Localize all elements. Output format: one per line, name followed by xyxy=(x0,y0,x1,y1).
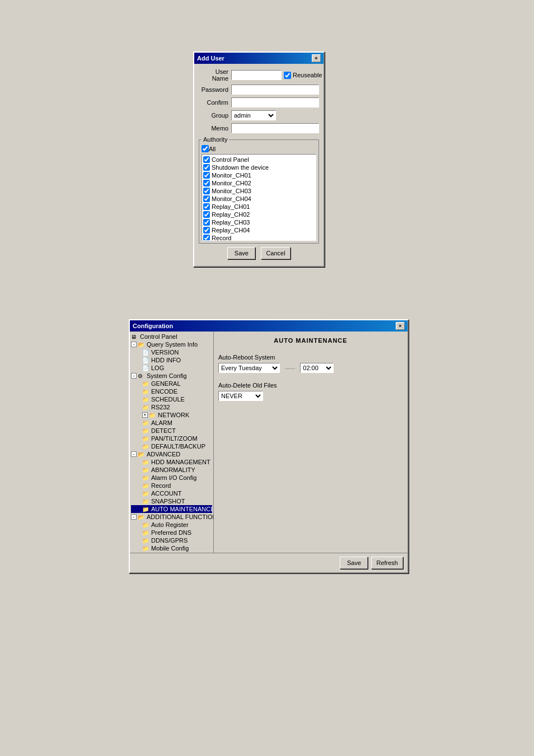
tree-ptz[interactable]: PAN/TILT/ZOOM xyxy=(131,435,212,442)
memo-input[interactable] xyxy=(231,123,319,133)
all-checkbox[interactable] xyxy=(202,145,209,152)
reboot-day-select[interactable]: Every Tuesday Never Every Day Every Mond… xyxy=(218,363,280,373)
tree-snapshot[interactable]: SNAPSHOT xyxy=(131,497,212,505)
tree-ddns-gprs[interactable]: DDNS/GPRS xyxy=(131,536,212,544)
reboot-time-select[interactable]: 02:00 00:00 01:00 03:00 04:00 05:00 06:0… xyxy=(300,363,334,373)
config-tree: Control Panel - Query System Info VERSIO… xyxy=(130,332,214,553)
tree-alarm-io[interactable]: Alarm I/O Config xyxy=(131,474,212,482)
tree-hdd-info[interactable]: HDD INFO xyxy=(131,356,212,364)
tree-encode[interactable]: ENCODE xyxy=(131,388,212,395)
confirm-label: Confirm xyxy=(199,99,231,106)
tree-additional-function[interactable]: - ADDITIONAL FUNCTION xyxy=(131,513,212,521)
perm-replay-ch02[interactable]: Replay_CH02 xyxy=(203,211,315,218)
group-select[interactable]: admin user guest xyxy=(231,110,276,120)
tree-record[interactable]: Record xyxy=(131,482,212,489)
tree-rs232[interactable]: RS232 xyxy=(131,403,212,411)
expand-additional[interactable]: - xyxy=(131,514,137,520)
perm-record[interactable]: Record xyxy=(203,234,315,241)
tree-auto-maintenance[interactable]: AUTO MAINTENANCE xyxy=(131,505,212,513)
password-label: Password xyxy=(199,86,231,93)
doc-icon xyxy=(142,349,150,356)
cancel-button[interactable]: Cancel xyxy=(261,247,290,259)
tree-mobile-config[interactable]: Mobile Config xyxy=(131,544,212,552)
expand-network[interactable]: + xyxy=(142,412,148,418)
folder-icon-ddns xyxy=(142,537,150,544)
tree-account[interactable]: ACCOUNT xyxy=(131,489,212,497)
perm-replay-ch04[interactable]: Replay_CH04 xyxy=(203,226,315,234)
username-input[interactable] xyxy=(231,70,282,80)
tree-log[interactable]: LOG xyxy=(131,364,212,372)
group-label: Group xyxy=(199,112,231,119)
tree-schedule[interactable]: SCHEDULE xyxy=(131,395,212,403)
folder-icon-encode xyxy=(142,388,150,395)
reuseable-checkbox[interactable] xyxy=(284,72,291,79)
auto-reboot-label: Auto-Reboot System xyxy=(218,354,403,361)
tree-general[interactable]: GENERAL xyxy=(131,380,212,388)
config-title: Configuration xyxy=(133,323,173,329)
tree-network[interactable]: + NETWORK xyxy=(131,411,212,419)
password-input[interactable] xyxy=(231,85,319,95)
add-user-dialog: Add User × User Name Reuseable Password … xyxy=(193,52,325,267)
perm-control-panel[interactable]: Control Panel xyxy=(203,156,315,164)
tree-abnormality[interactable]: ABNORMALITY xyxy=(131,466,212,474)
tree-version[interactable]: VERSION xyxy=(131,348,212,356)
expand-system[interactable]: - xyxy=(131,373,137,379)
monitor-icon xyxy=(131,333,139,340)
folder-icon-snapshot xyxy=(142,498,150,505)
tree-default-backup[interactable]: DEFAULT/BACKUP xyxy=(131,442,212,450)
folder-icon-record xyxy=(142,482,150,489)
add-user-close-btn[interactable]: × xyxy=(312,54,321,62)
expand-query[interactable]: - xyxy=(131,342,137,347)
config-titlebar: Configuration × xyxy=(130,320,407,332)
config-save-btn[interactable]: Save xyxy=(340,557,368,569)
tree-control-panel[interactable]: Control Panel xyxy=(131,333,212,340)
memo-label: Memo xyxy=(199,125,231,132)
authority-list: Control Panel Shutdown the device Monito… xyxy=(202,154,316,241)
config-footer: Save Refresh xyxy=(130,553,407,572)
perm-monitor-ch01[interactable]: Monitor_CH01 xyxy=(203,171,315,179)
tree-alarm[interactable]: ALARM xyxy=(131,419,212,427)
confirm-input[interactable] xyxy=(231,97,319,108)
tree-query-system[interactable]: - Query System Info xyxy=(131,340,212,348)
folder-icon-dns xyxy=(142,529,150,536)
tree-preferred-dns[interactable]: Preferred DNS xyxy=(131,529,212,536)
perm-monitor-ch02[interactable]: Monitor_CH02 xyxy=(203,179,315,187)
folder-icon-autoreg xyxy=(142,521,150,528)
username-label: User Name xyxy=(199,68,231,82)
doc-icon-3 xyxy=(142,365,150,371)
folder-icon-hdd xyxy=(142,459,150,465)
add-user-title: Add User xyxy=(197,55,224,62)
authority-legend: Authority xyxy=(202,136,229,143)
expand-advanced[interactable]: - xyxy=(131,451,137,457)
perm-monitor-ch04[interactable]: Monitor_CH04 xyxy=(203,195,315,203)
separator: ----- xyxy=(283,365,297,371)
perm-shutdown[interactable]: Shutdown the device xyxy=(203,164,315,171)
tree-detect[interactable]: DETECT xyxy=(131,427,212,435)
all-label: All xyxy=(209,146,216,152)
perm-replay-ch03[interactable]: Replay_CH03 xyxy=(203,218,315,226)
folder-icon-automaint xyxy=(142,506,150,512)
config-close-btn[interactable]: × xyxy=(396,322,405,330)
folder-open-advanced xyxy=(138,451,146,458)
tree-advanced[interactable]: - ADVANCED xyxy=(131,450,212,458)
tree-auto-register[interactable]: Auto Register xyxy=(131,521,212,529)
perm-replay-ch01[interactable]: Replay_CH01 xyxy=(203,203,315,211)
folder-icon-alarm xyxy=(142,419,150,426)
delete-select[interactable]: NEVER 1 Day 3 Days 7 Days 14 Days 30 Day… xyxy=(218,391,263,401)
folder-icon-ptz xyxy=(142,435,150,442)
folder-icon-network xyxy=(149,412,157,418)
folder-icon-mobile xyxy=(142,545,150,552)
folder-icon-general xyxy=(142,380,150,387)
config-content-area: AUTO MAINTENANCE Auto-Reboot System Ever… xyxy=(214,332,407,553)
folder-icon-alarmio xyxy=(142,474,150,481)
folder-icon-rs232 xyxy=(142,404,150,410)
folder-open-icon xyxy=(138,341,146,348)
save-button[interactable]: Save xyxy=(227,247,255,259)
tree-system-config[interactable]: - System Config xyxy=(131,372,212,380)
config-refresh-btn[interactable]: Refresh xyxy=(371,557,403,569)
config-dialog: Configuration × Control Panel - Query Sy… xyxy=(129,319,409,573)
tree-hdd-mgmt[interactable]: HDD MANAGEMENT xyxy=(131,458,212,466)
folder-icon-account xyxy=(142,490,150,497)
perm-monitor-ch03[interactable]: Monitor_CH03 xyxy=(203,187,315,195)
add-user-titlebar: Add User × xyxy=(194,53,324,64)
